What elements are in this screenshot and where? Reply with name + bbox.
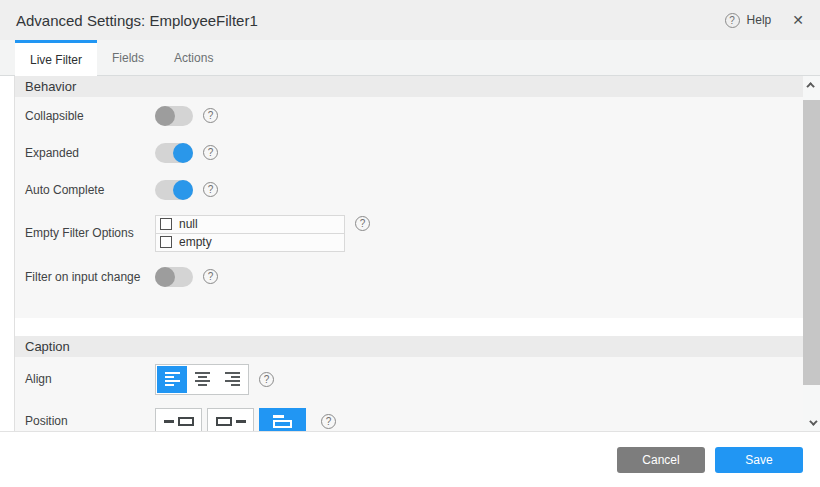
empty-filter-options-label: Empty Filter Options: [25, 226, 155, 240]
cancel-button[interactable]: Cancel: [617, 447, 705, 473]
collapsible-label: Collapsible: [25, 109, 155, 123]
question-icon[interactable]: ?: [203, 269, 218, 284]
align-right-button[interactable]: [217, 366, 247, 393]
advanced-settings-dialog: Advanced Settings: EmployeeFilter1 ? Hel…: [0, 0, 820, 487]
live-filter-pane: Behavior Collapsible ? Expanded ? Auto C…: [14, 76, 803, 431]
vertical-scrollbar[interactable]: [803, 76, 820, 431]
tab-fields[interactable]: Fields: [97, 40, 159, 75]
header-actions: ? Help ✕: [725, 12, 804, 28]
position-label-top-button[interactable]: [259, 408, 306, 431]
toggle-knob: [173, 143, 193, 163]
question-icon[interactable]: ?: [321, 414, 336, 429]
dialog-title: Advanced Settings: EmployeeFilter1: [16, 12, 258, 29]
toggle-knob: [155, 106, 175, 126]
checkbox-empty[interactable]: [160, 236, 172, 248]
option-row-null[interactable]: null: [155, 215, 345, 234]
question-icon[interactable]: ?: [203, 182, 218, 197]
align-label: Align: [25, 372, 155, 386]
tab-actions[interactable]: Actions: [159, 40, 228, 75]
position-label-right-button[interactable]: [207, 408, 254, 431]
align-center-button[interactable]: [187, 366, 217, 393]
tab-bar: Live Filter Fields Actions: [0, 40, 820, 76]
toggle-knob: [155, 267, 175, 287]
align-left-icon: [165, 372, 180, 386]
position-label-left-button[interactable]: [155, 408, 202, 431]
help-icon[interactable]: ?: [725, 13, 740, 28]
question-icon[interactable]: ?: [203, 145, 218, 160]
close-icon[interactable]: ✕: [792, 12, 804, 28]
dialog-footer: Cancel Save: [0, 431, 820, 487]
filter-on-input-change-label: Filter on input change: [25, 270, 155, 284]
collapsible-row: Collapsible ?: [15, 97, 803, 134]
expanded-label: Expanded: [25, 146, 155, 160]
help-link[interactable]: Help: [747, 13, 772, 27]
label-top-icon: [273, 415, 292, 428]
field-rect-icon: [178, 417, 194, 426]
option-null-label: null: [179, 217, 198, 231]
empty-filter-options-list: null empty: [155, 215, 345, 252]
tab-live-filter[interactable]: Live Filter: [15, 40, 97, 76]
align-left-button[interactable]: [157, 366, 187, 393]
expanded-row: Expanded ?: [15, 134, 803, 171]
save-button[interactable]: Save: [715, 447, 803, 473]
label-dash-icon: [236, 420, 246, 423]
filter-on-input-change-toggle[interactable]: [155, 267, 193, 287]
auto-complete-toggle[interactable]: [155, 180, 193, 200]
field-rect-icon: [216, 417, 232, 426]
section-gap: [15, 318, 803, 336]
toggle-knob: [173, 180, 193, 200]
filter-on-input-change-row: Filter on input change ?: [15, 258, 803, 295]
empty-filter-options-row: Empty Filter Options null empty ?: [15, 208, 803, 258]
caption-section-header: Caption: [15, 336, 803, 357]
collapsible-toggle[interactable]: [155, 106, 193, 126]
option-row-empty[interactable]: empty: [155, 233, 345, 252]
caption-section-body: Align: [15, 357, 803, 431]
position-row: Position ?: [15, 401, 803, 431]
option-empty-label: empty: [179, 235, 212, 249]
dialog-header: Advanced Settings: EmployeeFilter1 ? Hel…: [0, 0, 820, 40]
align-row: Align: [15, 357, 803, 401]
label-dash-icon: [164, 420, 174, 423]
chevron-down-icon: [809, 417, 817, 425]
question-icon[interactable]: ?: [355, 216, 370, 231]
scroll-up-button[interactable]: [803, 76, 820, 93]
tab-content: Behavior Collapsible ? Expanded ? Auto C…: [0, 76, 820, 431]
align-button-group: [155, 364, 249, 395]
align-right-icon: [225, 372, 240, 386]
auto-complete-label: Auto Complete: [25, 183, 155, 197]
position-label: Position: [25, 414, 155, 428]
question-icon[interactable]: ?: [259, 372, 274, 387]
auto-complete-row: Auto Complete ?: [15, 171, 803, 208]
align-center-icon: [195, 372, 210, 386]
checkbox-null[interactable]: [160, 218, 172, 230]
scrollbar-thumb[interactable]: [803, 100, 820, 385]
behavior-section-body: Collapsible ? Expanded ? Auto Complete ?…: [15, 97, 803, 318]
question-icon[interactable]: ?: [203, 108, 218, 123]
expanded-toggle[interactable]: [155, 143, 193, 163]
scroll-down-button[interactable]: [803, 414, 820, 431]
behavior-section-header: Behavior: [15, 76, 803, 97]
chevron-up-icon: [806, 82, 814, 90]
